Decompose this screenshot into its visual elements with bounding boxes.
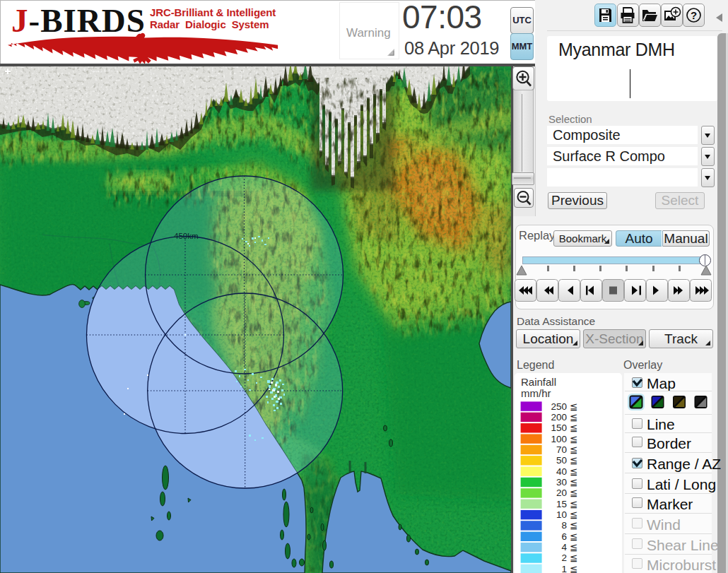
svg-text:10: 10 — [556, 509, 567, 520]
svg-text:8: 8 — [561, 520, 567, 531]
svg-text:≦: ≦ — [570, 477, 577, 488]
svg-text:≦: ≦ — [570, 434, 577, 444]
svg-text:30: 30 — [556, 477, 567, 488]
svg-text:≦: ≦ — [570, 488, 577, 498]
svg-text:450km: 450km — [174, 232, 199, 240]
svg-text:200: 200 — [551, 412, 567, 423]
svg-text:≦: ≦ — [570, 542, 577, 553]
svg-text:≦: ≦ — [570, 553, 577, 563]
svg-text:100: 100 — [551, 434, 567, 444]
svg-text:70: 70 — [556, 444, 567, 455]
svg-text:?: ? — [691, 9, 697, 21]
svg-text:2: 2 — [561, 553, 567, 563]
svg-text:250: 250 — [551, 401, 567, 412]
svg-text:≦: ≦ — [570, 412, 577, 423]
svg-text:≦: ≦ — [570, 531, 577, 542]
svg-text:15: 15 — [556, 499, 567, 509]
svg-text:≦: ≦ — [570, 455, 577, 466]
svg-text:6: 6 — [561, 531, 567, 542]
svg-text:≦: ≦ — [570, 509, 577, 520]
svg-text:40: 40 — [556, 466, 567, 477]
svg-text:≦: ≦ — [570, 499, 577, 509]
svg-text:≦: ≦ — [570, 423, 577, 433]
svg-text:≦: ≦ — [570, 401, 577, 412]
svg-text:4: 4 — [561, 542, 567, 553]
svg-text:50: 50 — [556, 455, 567, 466]
svg-text:≦: ≦ — [570, 466, 577, 477]
svg-text:1: 1 — [561, 564, 567, 573]
svg-text:20: 20 — [556, 488, 567, 498]
svg-text:≦: ≦ — [570, 444, 577, 455]
svg-text:≦: ≦ — [570, 520, 577, 531]
svg-text:150: 150 — [551, 423, 567, 433]
svg-text:≦: ≦ — [570, 564, 577, 573]
